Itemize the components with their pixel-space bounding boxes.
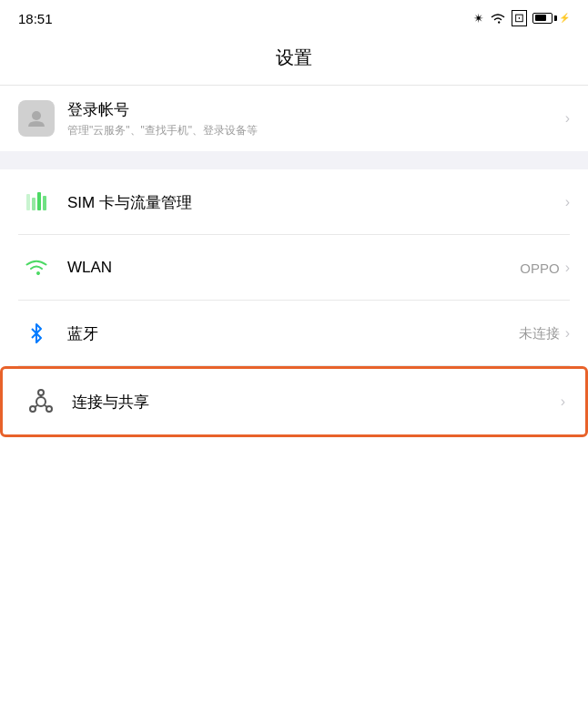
wlan-title: WLAN	[67, 259, 520, 277]
svg-point-6	[38, 390, 44, 395]
avatar-icon	[18, 100, 55, 137]
status-icons: ✴ ⊡ ⚡	[473, 10, 570, 27]
section-network: SIM 卡与流量管理 › WLAN OPPO › 蓝牙 未连接 ›	[0, 169, 588, 437]
account-text: 登录帐号 管理"云服务"、"查找手机"、登录设备等	[67, 99, 565, 138]
wlan-chevron: ›	[565, 260, 570, 276]
bluetooth-icon-wrapper	[18, 315, 55, 352]
status-time: 18:51	[18, 11, 53, 26]
status-bar: 18:51 ✴ ⊡ ⚡	[0, 0, 588, 33]
signal-status-icon: ⊡	[512, 10, 527, 27]
sim-icon-wrapper	[18, 184, 55, 220]
wifi-icon-wrapper	[18, 250, 55, 286]
page-title: 设置	[0, 33, 588, 85]
bluetooth-chevron: ›	[565, 325, 570, 342]
menu-item-account[interactable]: 登录帐号 管理"云服务"、"查找手机"、登录设备等 ›	[0, 86, 588, 151]
svg-point-5	[36, 397, 46, 406]
wifi-icon	[24, 257, 49, 279]
section-gap-1	[0, 151, 588, 169]
bluetooth-title: 蓝牙	[67, 323, 519, 344]
svg-line-10	[35, 405, 37, 407]
share-chevron: ›	[561, 393, 565, 410]
sim-title: SIM 卡与流量管理	[67, 192, 565, 213]
svg-rect-3	[37, 192, 41, 210]
sim-text: SIM 卡与流量管理	[67, 192, 565, 213]
bluetooth-text: 蓝牙	[67, 323, 519, 344]
menu-item-sim[interactable]: SIM 卡与流量管理 ›	[0, 169, 588, 235]
svg-point-0	[32, 111, 41, 120]
bluetooth-icon	[26, 322, 46, 345]
share-title: 连接与共享	[72, 392, 561, 413]
menu-item-share[interactable]: 连接与共享 ›	[5, 371, 583, 433]
sim-icon	[25, 190, 48, 214]
sim-chevron: ›	[565, 194, 570, 210]
battery-icon: ⚡	[532, 13, 570, 24]
menu-item-wlan[interactable]: WLAN OPPO ›	[0, 235, 588, 301]
svg-rect-2	[32, 198, 35, 210]
wifi-status-icon	[490, 12, 506, 25]
bluetooth-status-icon: ✴	[473, 11, 484, 26]
share-icon	[28, 389, 54, 414]
highlighted-wrapper: 连接与共享 ›	[0, 366, 588, 437]
share-text: 连接与共享	[72, 392, 561, 413]
bluetooth-value: 未连接	[519, 325, 560, 342]
share-icon-wrapper	[23, 383, 59, 420]
svg-line-11	[45, 405, 47, 407]
wlan-text: WLAN	[67, 259, 520, 277]
account-icon-wrapper	[18, 100, 55, 137]
menu-item-bluetooth[interactable]: 蓝牙 未连接 ›	[0, 301, 588, 366]
account-subtitle: 管理"云服务"、"查找手机"、登录设备等	[67, 123, 565, 138]
svg-rect-4	[43, 196, 46, 210]
account-chevron: ›	[565, 110, 570, 127]
account-title: 登录帐号	[67, 99, 565, 120]
section-account: 登录帐号 管理"云服务"、"查找手机"、登录设备等 ›	[0, 86, 588, 151]
svg-rect-1	[26, 194, 30, 210]
wlan-value: OPPO	[520, 260, 559, 276]
